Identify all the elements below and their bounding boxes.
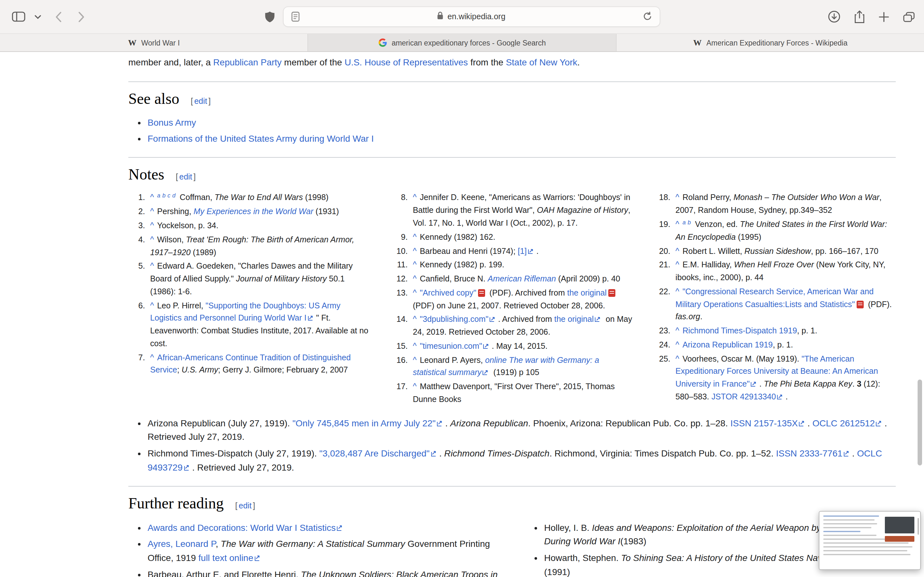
text-link[interactable]: ^	[413, 232, 417, 242]
download-icon[interactable]	[828, 10, 841, 23]
reader-icon[interactable]	[291, 11, 299, 24]
text-link[interactable]: ^	[675, 193, 679, 202]
text-link[interactable]: ^	[675, 326, 679, 335]
external-link-icon	[337, 524, 344, 530]
text-link[interactable]: ^	[675, 340, 679, 350]
note-item: 24.^Arizona Republican 1919, p. 1.	[654, 339, 896, 352]
text-link[interactable]: full text online	[198, 553, 253, 563]
reload-icon[interactable]	[643, 11, 652, 24]
text-link[interactable]: ^	[150, 207, 154, 216]
text-link[interactable]: ^	[150, 353, 154, 362]
text-link[interactable]: "timesunion.com"	[420, 342, 482, 351]
text-run: ,	[216, 539, 221, 549]
text-link[interactable]: ^	[150, 193, 154, 202]
external-link-icon	[483, 369, 490, 376]
text-link[interactable]: Formations of the United States Army dur…	[148, 133, 374, 143]
sidebar-icon[interactable]	[11, 11, 26, 23]
tab-aef-wikipedia[interactable]: American Expeditionary Forces - Wikipedi…	[615, 34, 924, 51]
text-link[interactable]: JSTOR	[711, 392, 738, 401]
text-link[interactable]: ISSN	[776, 448, 797, 458]
new-tab-icon[interactable]	[879, 11, 889, 22]
text-link[interactable]: ^	[150, 235, 154, 244]
note-text: ^"Archived copy" (PDF). Archived from th…	[413, 287, 633, 313]
text-link[interactable]: OCLC	[857, 448, 882, 458]
tab-google-search[interactable]: american expeditionary forces - Google S…	[308, 34, 616, 51]
tab-world-war-i[interactable]: World War I	[0, 34, 308, 51]
text-link[interactable]: ^	[413, 315, 417, 324]
text-link[interactable]: a	[682, 219, 686, 226]
tab-overview-icon[interactable]	[903, 11, 915, 22]
text-run: , pp. 166–167, 170	[811, 247, 879, 255]
text-link[interactable]: ^	[150, 221, 154, 230]
text-link[interactable]: ^	[675, 287, 679, 296]
text-link[interactable]: [1]	[518, 247, 527, 255]
text-link[interactable]: Republican Party	[213, 57, 282, 67]
text-link[interactable]: d	[172, 193, 176, 199]
text-link[interactable]: a	[157, 193, 160, 199]
text-link[interactable]: b	[162, 193, 166, 199]
text-link[interactable]: "3dpublishing.com"	[420, 315, 489, 324]
text-link[interactable]: ^	[413, 261, 417, 269]
scrollbar-thumb[interactable]	[918, 380, 922, 466]
text-link[interactable]: State of New York	[506, 57, 577, 67]
note-text: ^Barbeau and Henri (1974); [1].	[413, 245, 633, 258]
text-link[interactable]: ^	[413, 288, 417, 298]
text-link[interactable]: 42913340	[740, 392, 776, 401]
text-link[interactable]: ^	[413, 247, 417, 255]
text-link[interactable]: "Archived copy"	[420, 288, 477, 298]
text-link[interactable]: "3,028,487 Are Discharged"	[319, 448, 430, 458]
text-run: . Retrieved July 27, 2019.	[192, 462, 294, 472]
text-link[interactable]: ^	[675, 247, 679, 255]
text-link[interactable]: Ayres, Leonard P	[148, 539, 216, 549]
note-number: 1.	[128, 192, 150, 205]
text-link[interactable]: U.S. House of Representatives	[344, 57, 468, 67]
chevron-down-icon[interactable]	[35, 15, 41, 19]
shield-icon[interactable]	[264, 11, 275, 23]
text-link[interactable]: b	[688, 219, 691, 226]
text-run: .	[852, 448, 857, 458]
text-link[interactable]: the original	[567, 288, 607, 298]
text-link[interactable]: ISSN	[730, 418, 751, 428]
text-link[interactable]: ^	[150, 301, 154, 310]
text-link[interactable]: "Only 745,845 men in Army July 22"	[292, 418, 435, 428]
text-link[interactable]: ^	[675, 220, 679, 229]
thumbnail-text-line	[823, 516, 879, 517]
text-link[interactable]: ^	[150, 262, 154, 271]
text-link[interactable]: My Experiences in the World War	[194, 207, 313, 216]
text-link[interactable]: 2157-135X	[754, 418, 798, 428]
text-link[interactable]: Bonus Army	[148, 117, 196, 127]
edit-link[interactable]: edit	[179, 173, 192, 182]
edit-link[interactable]: edit	[194, 97, 207, 105]
text-link[interactable]: Arizona Republican 1919	[682, 340, 772, 350]
page-preview-thumbnail[interactable]	[819, 511, 921, 570]
text-link[interactable]: c	[168, 193, 170, 199]
text-link[interactable]: 2612512	[840, 418, 875, 428]
note-item: 10.^Barbeau and Henri (1974); [1].	[391, 245, 633, 258]
text-link[interactable]: the original	[554, 315, 594, 324]
text-link[interactable]: ^	[675, 261, 679, 269]
text-link[interactable]: 9493729	[148, 462, 183, 472]
text-link[interactable]: ^	[413, 274, 417, 284]
text-link[interactable]: 2333-7761	[800, 448, 843, 458]
note-number: 5.	[128, 261, 150, 299]
external-link-icon	[437, 420, 444, 426]
share-icon[interactable]	[854, 10, 865, 23]
text-link[interactable]: OCLC	[813, 418, 837, 428]
text-link[interactable]: American Rifleman	[488, 274, 556, 284]
text-link[interactable]: Awards and Decorations: World War I Stat…	[148, 522, 336, 532]
text-link[interactable]: Richmond Times-Dispatch 1919	[682, 326, 797, 335]
bracket: [	[191, 97, 193, 105]
text-run: The Phi Beta Kappa Key	[764, 380, 853, 388]
text-link[interactable]: ^	[413, 382, 417, 391]
forward-icon[interactable]	[78, 11, 85, 22]
text-link[interactable]: ^	[413, 342, 417, 351]
text-link[interactable]: "Congressional Research Service, America…	[675, 287, 874, 309]
text-link[interactable]: ^	[675, 354, 679, 363]
note-text: ^Edward A. Goedeken, "Charles Dawes and …	[150, 261, 371, 299]
back-icon[interactable]	[55, 11, 62, 22]
text-run: .	[808, 418, 813, 428]
text-link[interactable]: ^	[413, 193, 417, 202]
edit-link[interactable]: edit	[239, 502, 252, 511]
address-bar[interactable]: en.wikipedia.org	[283, 6, 660, 27]
text-link[interactable]: ^	[413, 356, 417, 364]
